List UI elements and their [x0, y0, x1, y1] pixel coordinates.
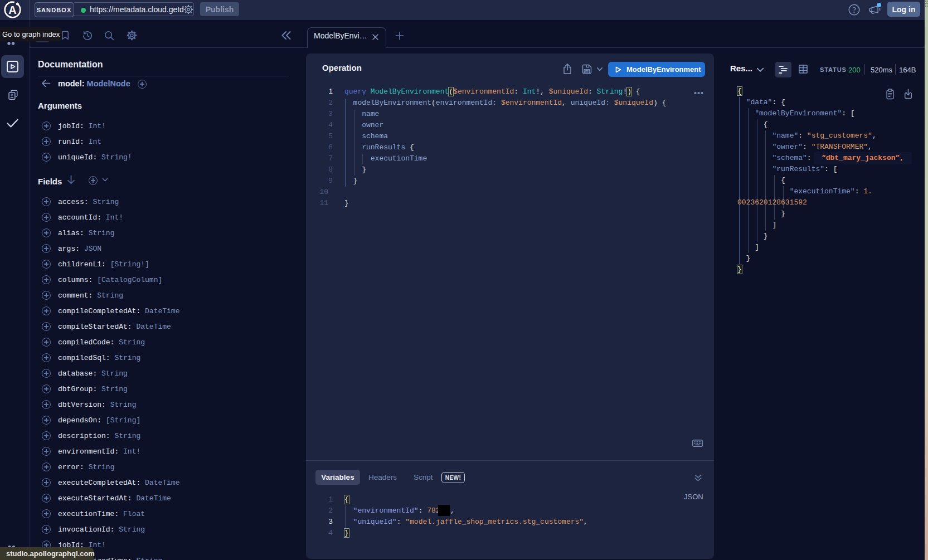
svg-text:A: A: [8, 4, 16, 16]
svg-text:?: ?: [852, 6, 856, 14]
